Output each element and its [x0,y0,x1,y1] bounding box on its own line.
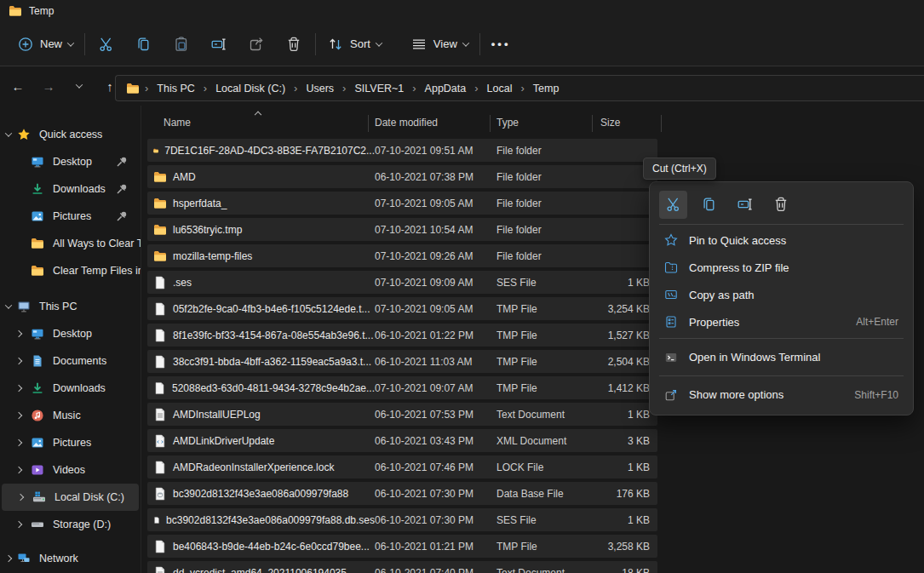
breadcrumb-item[interactable]: This PC [152,80,199,97]
context-cut-button[interactable] [659,191,687,219]
breadcrumb-item[interactable]: Users [301,80,339,97]
chevron-right-icon [15,521,22,528]
breadcrumb-item[interactable]: Local [482,80,518,97]
menu-item-open-in-windows-terminal[interactable]: Open in Windows Terminal [654,341,909,373]
file-row[interactable]: 52088ed3-63d0-4811-9434-3278c9e4b2ae...0… [147,376,657,399]
sidebar-item-music[interactable]: Music [0,402,141,429]
sidebar-section-this-pc[interactable]: This PC [0,293,141,320]
menu-item-pin-to-quick-access[interactable]: Pin to Quick access [654,226,909,254]
file-row[interactable]: 8f1e39fc-bf33-4154-867a-08e554ab3e96.t..… [147,324,657,347]
recent-locations-button[interactable] [66,73,92,99]
menu-item-properties[interactable]: PropertiesAlt+Enter [654,308,909,335]
column-divider[interactable] [368,115,369,132]
file-row[interactable]: lu6536tryic.tmp07-10-2021 10:54 AMFile f… [147,218,657,241]
breadcrumb-item[interactable]: Local Disk (C:) [210,80,290,97]
cut-tooltip: Cut (Ctrl+X) [643,158,716,180]
column-header-name[interactable]: Name [164,117,191,129]
new-button[interactable]: New [9,30,82,59]
column-divider[interactable] [661,115,662,132]
file-name: be406843-b9de-44eb-b24c-6e0ccd79bee... [173,541,370,553]
navigation-bar: ← → ↑ ›This PC›Local Disk (C:)›Users›SIL… [0,66,924,106]
file-row[interactable]: 05f2b2fe-9ca0-4fb3-b4e6-f105c5124ede.t..… [147,297,657,320]
sidebar-item-local-disk-c--label: Local Disk (C:) [55,491,124,503]
file-row[interactable]: 38cc3f91-bbda-4bff-a362-1159eac5a9a3.t..… [147,350,657,373]
column-header-type[interactable]: Type [496,117,519,129]
file-row[interactable]: .ses07-10-2021 09:09 AMSES File1 KB [147,271,657,294]
sidebar-item-desktop[interactable]: Desktop [0,148,141,175]
file-row[interactable]: mozilla-temp-files07-10-2021 09:26 AMFil… [147,244,657,267]
view-button-label: View [433,37,457,50]
context-rename-button[interactable] [731,191,759,219]
delete-icon [772,196,789,213]
sidebar-item-local-disk-c-[interactable]: Local Disk (C:) [2,484,139,511]
file-date-modified: 07-10-2021 09:07 AM [375,382,496,394]
paste-button[interactable] [163,30,200,59]
menu-item-copy-as-path[interactable]: Copy as path [654,281,909,308]
sidebar-item-downloads[interactable]: Downloads [0,175,141,203]
context-copy-button[interactable] [695,191,723,219]
file-row[interactable]: AMDLinkDriverUpdate06-10-2021 03:43 PMXM… [147,429,657,452]
sidebar-item-pictures[interactable]: Pictures [0,429,141,456]
sidebar-item-pictures[interactable]: Pictures [0,203,141,230]
context-delete-button[interactable] [766,191,795,219]
sidebar-item-documents-label: Documents [53,355,106,367]
breadcrumb-item[interactable]: Temp [528,80,565,97]
column-header-size[interactable]: Size [600,117,620,129]
forward-button[interactable]: → [36,73,61,99]
see-more-button[interactable]: ••• [483,30,519,59]
file-name: mozilla-temp-files [173,250,252,262]
file-row[interactable]: bc3902d8132f43e3ae086a009979fa88.db.ses0… [147,508,657,531]
file-row[interactable]: 7DE1C16F-28AD-4DC3-8B3E-FA7B2107C2...07-… [147,139,657,162]
file-icon [153,276,167,289]
rename-button[interactable] [200,30,238,59]
file-date-modified: 06-10-2021 07:30 PM [375,488,496,500]
file-row[interactable]: be406843-b9de-44eb-b24c-6e0ccd79bee...06… [147,535,657,558]
file-size: 1 KB [592,461,657,473]
folder-icon [153,170,167,184]
file-row[interactable]: AMDRadeonInstallerXperience.lock06-10-20… [147,456,657,478]
file-row[interactable]: AMDInstallUEPLog06-10-2021 07:53 PMText … [147,403,657,426]
back-button[interactable]: ← [5,73,31,99]
breadcrumb-item[interactable]: AppData [420,80,472,97]
column-header-date-modified[interactable]: Date modified [375,117,438,129]
file-name-cell: 8f1e39fc-bf33-4154-867a-08e554ab3e96.t..… [147,329,375,342]
file-name-cell: .ses [147,276,375,289]
sidebar-item-clear-temp-files-in[interactable]: Clear Temp Files in [0,257,141,284]
sidebar-item-pictures-label: Pictures [53,210,91,222]
sidebar-section-quick-access[interactable]: Quick access [0,121,141,148]
file-xml-icon [153,434,167,448]
sidebar-item-videos[interactable]: Videos [0,456,141,484]
menu-item-compress-to-zip-file[interactable]: Compress to ZIP file [654,254,909,281]
file-name: AMD [173,171,196,183]
file-size: 18 KB [592,567,657,573]
sidebar-item-desktop[interactable]: Desktop [0,320,141,347]
sidebar-item-all-ways-to-clear-t[interactable]: All Ways to Clear T [0,230,141,257]
copy-button[interactable] [125,30,163,59]
file-icon [153,461,167,474]
file-name: hsperfdata_ [173,198,227,209]
file-name-cell: 38cc3f91-bbda-4bff-a362-1159eac5a9a3.t..… [147,355,375,369]
file-type: File folder [496,171,592,183]
cut-button[interactable] [88,30,125,59]
address-bar[interactable]: ›This PC›Local Disk (C:)›Users›SILVER~1›… [115,75,924,101]
sort-button[interactable]: Sort [319,30,390,59]
sidebar-item-downloads[interactable]: Downloads [0,375,141,402]
column-divider[interactable] [592,115,593,132]
sidebar-section-network[interactable]: Network [0,545,141,572]
view-button[interactable]: View [402,30,477,59]
column-divider[interactable] [490,115,491,132]
sidebar-item-storage-d-[interactable]: Storage (D:) [0,511,141,538]
file-row[interactable]: hsperfdata_07-10-2021 09:05 AMFile folde… [147,192,657,215]
file-row[interactable]: bc3902d8132f43e3ae086a009979fa8806-10-20… [147,482,657,505]
sidebar-item-documents[interactable]: Documents [0,347,141,375]
file-name-cell: mozilla-temp-files [147,249,375,263]
delete-button[interactable] [275,30,313,59]
menu-item-label: Compress to ZIP file [689,261,898,274]
breadcrumb-item[interactable]: SILVER~1 [349,80,409,97]
file-row[interactable]: AMD06-10-2021 07:38 PMFile folder [147,165,657,188]
menu-item-show-more-options[interactable]: Show more optionsShift+F10 [654,379,909,410]
share-button[interactable] [238,30,275,59]
file-row[interactable]: dd_vcredist_amd64_2021100619403506-10-20… [147,561,657,573]
file-name: bc3902d8132f43e3ae086a009979fa88.db.ses [166,514,375,526]
plus-circle-icon [17,36,34,53]
